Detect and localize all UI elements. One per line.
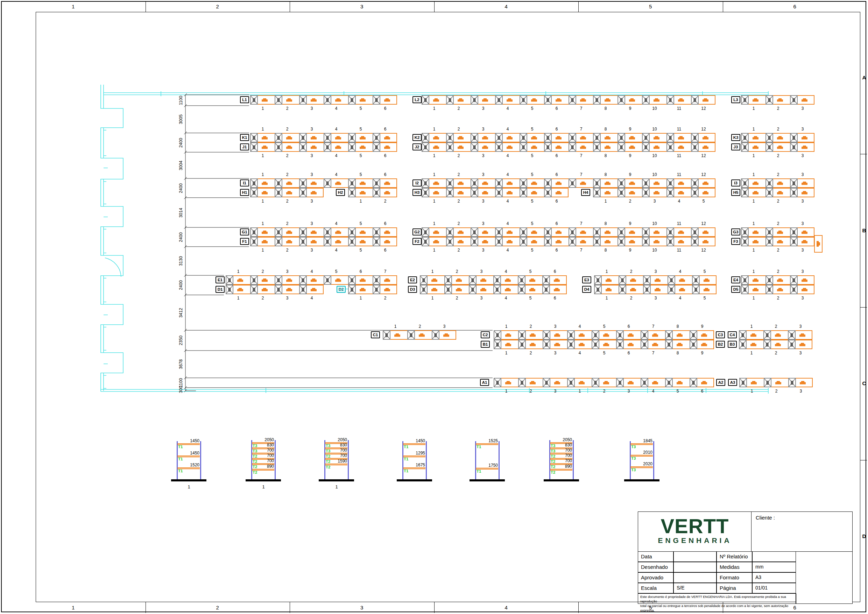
upright-frame-icon <box>518 275 525 285</box>
row-label-K1[interactable]: K1 <box>240 134 249 141</box>
row-label-F2[interactable]: F2 <box>412 238 422 245</box>
upright-frame-icon <box>788 340 795 349</box>
pallet-icon <box>603 381 609 385</box>
row-label-D1[interactable]: D1 <box>215 286 225 293</box>
bay-number: 4 <box>507 221 509 226</box>
row-label-D4[interactable]: D4 <box>582 286 591 293</box>
row-label-A1[interactable]: A1 <box>480 379 489 386</box>
rack-post <box>402 441 403 479</box>
row-label-E3[interactable]: E3 <box>582 276 591 284</box>
beam-type-label: T3 <box>631 456 636 460</box>
bay-number: 3 <box>800 350 802 355</box>
row-label-D2[interactable]: D2 <box>336 286 346 293</box>
rack-bay <box>446 143 471 152</box>
row-label-D5[interactable]: D5 <box>731 286 740 293</box>
bay-number: 1 <box>262 106 264 111</box>
row-label-H2[interactable]: H2 <box>336 189 345 196</box>
rack-row-I1 <box>250 178 397 188</box>
row-label-F3[interactable]: F3 <box>731 238 740 245</box>
pallet-icon <box>443 333 449 337</box>
row-label-G1[interactable]: G1 <box>240 228 249 236</box>
field-value-text <box>753 552 796 554</box>
row-label-I1[interactable]: I1 <box>240 180 249 186</box>
row-label-K2[interactable]: K2 <box>412 134 422 141</box>
upright-frame-icon <box>642 133 650 143</box>
row-label-F1[interactable]: F1 <box>240 238 249 245</box>
row-label-D3[interactable]: D3 <box>408 286 417 293</box>
row-label-G2[interactable]: G2 <box>412 228 422 236</box>
elevation-number: 1 <box>261 484 266 490</box>
row-label-C4[interactable]: C4 <box>728 331 737 338</box>
rack-post <box>499 441 500 479</box>
pallet-icon <box>360 231 366 234</box>
upright-frame-icon <box>494 330 501 340</box>
rack-bay <box>544 143 569 152</box>
upright-frame-icon <box>274 285 282 294</box>
rack-post <box>251 440 252 479</box>
bay-number: 4 <box>579 324 581 329</box>
row-label-J2[interactable]: J2 <box>412 143 422 150</box>
rack-bay <box>665 378 690 387</box>
row-label-J3[interactable]: J3 <box>731 143 740 150</box>
row-label-K3[interactable]: K3 <box>731 134 740 141</box>
row-label-H3[interactable]: H3 <box>412 189 422 196</box>
row-label-C2[interactable]: C2 <box>481 331 490 338</box>
pallet-icon <box>384 191 390 194</box>
row-label-I2[interactable]: I2 <box>412 180 422 186</box>
pallet-icon <box>775 343 781 346</box>
row-label-A2[interactable]: A2 <box>716 379 725 386</box>
row-label-B3[interactable]: B3 <box>728 341 737 348</box>
upright-frame-icon <box>519 143 527 152</box>
level-height: 830 <box>554 443 572 448</box>
rack-bay <box>542 330 567 340</box>
title-field-value: 01/01 <box>752 583 796 593</box>
pallet-icon <box>286 240 292 243</box>
pallet-icon <box>775 333 781 337</box>
upright-frame-icon <box>618 275 626 285</box>
rack-bay <box>766 285 790 294</box>
rack-bay <box>790 275 814 285</box>
row-label-C1[interactable]: C1 <box>371 331 380 338</box>
upright-frame-icon <box>593 178 601 188</box>
row-label-L1[interactable]: L1 <box>240 96 249 103</box>
row-label-L2[interactable]: L2 <box>412 96 422 103</box>
row-label-E1[interactable]: E1 <box>215 276 225 284</box>
row-label-I3[interactable]: I3 <box>731 180 740 186</box>
pallet-icon <box>531 136 537 140</box>
pallet-icon <box>335 240 341 243</box>
row-label-B2[interactable]: B2 <box>716 341 725 348</box>
title-field-value <box>673 562 716 572</box>
upright-frame-icon <box>250 95 258 105</box>
pallet-icon <box>505 288 511 291</box>
bay-number: 9 <box>629 248 631 253</box>
bay-number: 4 <box>335 106 338 111</box>
bay-number: 10 <box>652 172 657 177</box>
upright-frame-icon <box>373 285 380 294</box>
row-label-G3[interactable]: G3 <box>731 228 740 236</box>
row-label-B1[interactable]: B1 <box>481 341 490 348</box>
bay-number: 4 <box>507 127 509 132</box>
row-label-J1[interactable]: J1 <box>240 143 249 150</box>
pallet-icon <box>775 381 781 385</box>
upright-frame-icon <box>790 188 798 197</box>
row-label-C3[interactable]: C3 <box>716 331 725 338</box>
row-label-H5[interactable]: H5 <box>731 189 740 196</box>
row-label-E2[interactable]: E2 <box>408 276 417 284</box>
rack-bay <box>348 178 373 188</box>
row-label-E4[interactable]: E4 <box>731 276 740 284</box>
upright-frame-icon <box>299 143 307 152</box>
bay-number: 6 <box>556 172 558 177</box>
pallet-icon <box>652 343 658 346</box>
rack-row-C1 <box>383 330 456 340</box>
bay-number: 1 <box>433 199 436 204</box>
field-value-text: S/E <box>674 583 716 591</box>
upright-frame-icon <box>383 330 391 340</box>
row-label-H1[interactable]: H1 <box>240 189 249 196</box>
row-label-H4[interactable]: H4 <box>581 189 590 196</box>
row-label-A3[interactable]: A3 <box>728 379 737 386</box>
upright-frame-icon <box>324 227 331 237</box>
row-label-L3[interactable]: L3 <box>731 96 740 103</box>
pallet-icon <box>505 279 511 282</box>
dimension-value: 2400 <box>178 277 184 293</box>
upright-frame-icon <box>471 227 478 237</box>
